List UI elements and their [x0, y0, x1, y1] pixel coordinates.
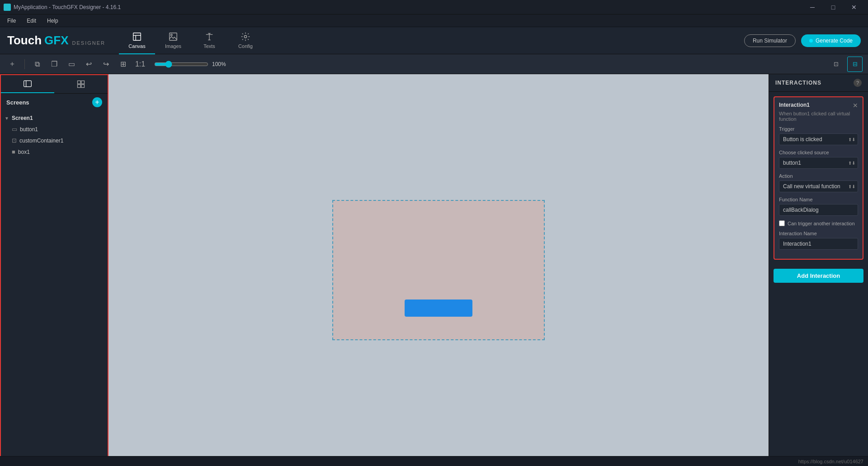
ratio-button[interactable]: 1:1: [133, 57, 147, 71]
left-sidebar: Screens + ▼ Screen1 ▭ button1 ⊡ customCo…: [0, 74, 108, 466]
svg-rect-11: [81, 85, 85, 88]
titlebar-left: MyApplication - TouchGFX Designer - 4.16…: [4, 4, 121, 11]
frame-button[interactable]: ▭: [65, 57, 78, 71]
svg-rect-3: [170, 33, 177, 40]
interaction-view-button[interactable]: ⊟: [847, 57, 863, 72]
brand-touch: Touch: [7, 33, 42, 48]
top-toolbar: TouchGFX DESIGNER Canvas Images Texts Co…: [0, 27, 868, 54]
action-label: Action: [779, 173, 858, 179]
sidebar-tabs: [1, 75, 108, 94]
trigger-another-checkbox[interactable]: [779, 220, 785, 226]
interaction-card-desc: When button1 clicked call virtual functi…: [779, 111, 858, 122]
interaction-card-header: Interaction1 ✕: [779, 102, 858, 109]
brand-gfx: GFX: [44, 33, 68, 48]
sidebar-tab-components[interactable]: [54, 75, 108, 93]
copy-button[interactable]: ⧉: [30, 57, 44, 71]
add-screen-button[interactable]: +: [92, 97, 102, 107]
maximize-button[interactable]: □: [823, 0, 844, 14]
button-icon: ▭: [12, 126, 17, 133]
tab-config[interactable]: Config: [227, 27, 264, 54]
statusbar: https://blog.csdn.net/u014627: [0, 456, 868, 466]
zoom-label: 100%: [212, 61, 229, 67]
tree-box1[interactable]: ■ box1: [1, 146, 108, 157]
svg-rect-9: [81, 81, 85, 84]
titlebar-controls: ─ □ ✕: [802, 0, 864, 14]
minimize-button[interactable]: ─: [802, 0, 823, 14]
tree-customcontainer1[interactable]: ⊡ customContainer1: [1, 135, 108, 146]
tab-texts[interactable]: Texts: [191, 27, 227, 54]
brand-designer: DESIGNER: [72, 40, 105, 46]
toolbar-right: Run Simulator Generate Code: [744, 34, 861, 47]
statusbar-url: https://blog.csdn.net/u014627: [798, 459, 863, 464]
source-label: Choose clicked source: [779, 150, 858, 155]
source-select[interactable]: button1: [779, 157, 858, 169]
function-name-input[interactable]: [779, 204, 858, 216]
app-icon: [4, 4, 11, 11]
checkbox-label: Can trigger another interaction: [788, 221, 855, 226]
interaction-card-name: Interaction1: [779, 102, 810, 108]
canvas-area: [108, 74, 769, 466]
trigger-select-wrapper: Button is clicked ⬆⬇: [779, 133, 858, 145]
interaction-close-button[interactable]: ✕: [853, 102, 858, 109]
chevron-down-icon: ▼: [5, 116, 9, 121]
toolbar-separator-1: [24, 59, 25, 69]
app-title: MyApplication - TouchGFX Designer - 4.16…: [14, 4, 121, 10]
add-interaction-button[interactable]: Add Interaction: [774, 269, 863, 283]
zoom-slider[interactable]: [154, 61, 208, 68]
tree-button1[interactable]: ▭ button1: [1, 124, 108, 135]
menu-edit[interactable]: Edit: [25, 17, 38, 25]
undo-button[interactable]: ↩: [82, 57, 95, 71]
tab-canvas[interactable]: Canvas: [119, 27, 155, 54]
action-select[interactable]: Call new virtual function: [779, 181, 858, 192]
svg-rect-0: [133, 33, 141, 40]
svg-rect-8: [78, 81, 81, 84]
svg-point-4: [170, 34, 172, 36]
help-button[interactable]: ?: [854, 79, 862, 87]
interaction-name-input[interactable]: [779, 238, 858, 250]
canvas-button-widget[interactable]: [405, 300, 472, 317]
sidebar-title: Screens: [6, 99, 29, 106]
add-widget-button[interactable]: ＋: [5, 57, 19, 71]
screen-view-button[interactable]: ⊡: [828, 57, 844, 72]
svg-rect-6: [24, 81, 32, 86]
main-area: Screens + ▼ Screen1 ▭ button1 ⊡ customCo…: [0, 74, 868, 466]
interaction-card: Interaction1 ✕ When button1 clicked call…: [774, 96, 863, 260]
box-icon: ■: [12, 148, 15, 155]
gen-dot-icon: [809, 39, 813, 43]
source-select-wrapper: button1 ⬆⬇: [779, 157, 858, 169]
svg-point-5: [244, 35, 247, 38]
brand-logo: TouchGFX DESIGNER: [7, 33, 105, 48]
interactions-panel-title: INTERACTIONS: [775, 80, 821, 86]
view-toggles: ⊡ ⊟: [828, 57, 863, 72]
checkbox-row: Can trigger another interaction: [779, 220, 858, 226]
titlebar: MyApplication - TouchGFX Designer - 4.16…: [0, 0, 868, 14]
action-select-wrapper: Call new virtual function ⬆⬇: [779, 181, 858, 192]
function-name-label: Function Name: [779, 197, 858, 202]
interactions-header: INTERACTIONS ?: [769, 74, 868, 92]
interactions-panel: INTERACTIONS ? Interaction1 ✕ When butto…: [769, 74, 868, 466]
paste-button[interactable]: ❐: [47, 57, 61, 71]
zoom-control: 100%: [154, 61, 229, 68]
interaction-name-label: Interaction Name: [779, 231, 858, 236]
sidebar-tab-screens[interactable]: [1, 75, 54, 93]
redo-button[interactable]: ↪: [99, 57, 113, 71]
run-simulator-button[interactable]: Run Simulator: [744, 34, 796, 47]
svg-rect-10: [78, 85, 81, 88]
canvas-toolbar: ＋ ⧉ ❐ ▭ ↩ ↪ ⊞ 1:1 100% ⊡ ⊟: [0, 54, 868, 74]
canvas-frame[interactable]: [332, 200, 545, 340]
sidebar-header: Screens +: [1, 94, 108, 111]
trigger-label: Trigger: [779, 126, 858, 132]
close-button[interactable]: ✕: [844, 0, 864, 14]
fit-button[interactable]: ⊞: [116, 57, 130, 71]
screen-tree: ▼ Screen1 ▭ button1 ⊡ customContainer1 ■…: [1, 111, 108, 159]
generate-code-button[interactable]: Generate Code: [801, 34, 861, 47]
tree-screen1[interactable]: ▼ Screen1: [1, 113, 108, 124]
tab-images[interactable]: Images: [155, 27, 191, 54]
menubar: File Edit Help: [0, 14, 868, 27]
trigger-select[interactable]: Button is clicked: [779, 133, 858, 145]
menu-file[interactable]: File: [5, 17, 18, 25]
container-icon: ⊡: [12, 137, 17, 144]
menu-help[interactable]: Help: [45, 17, 60, 25]
toolbar-tabs: Canvas Images Texts Config: [119, 27, 264, 54]
